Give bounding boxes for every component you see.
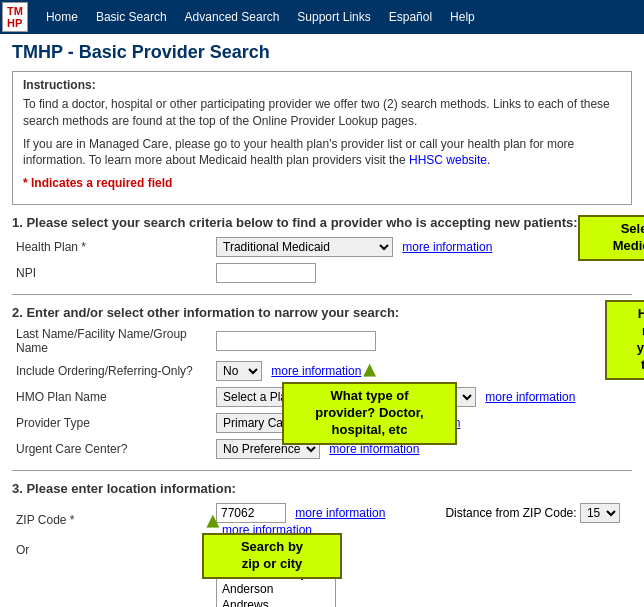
zip-input[interactable] [216, 503, 286, 523]
ordering-label: Include Ordering/Referring-Only? [12, 358, 212, 384]
health-plan-label: Health Plan * [12, 234, 212, 260]
nav-advanced-search[interactable]: Advanced Search [177, 8, 288, 26]
or-label: Or [12, 540, 212, 560]
callout-zip: ▼ Search byzip or city [202, 511, 224, 533]
nav-support-links[interactable]: Support Links [289, 8, 378, 26]
health-plan-select[interactable]: Traditional Medicaid CHIP Children with … [216, 237, 393, 257]
callout-miles: How manymiles areyou willingto travel? ▼ [605, 300, 627, 326]
nav-espanol[interactable]: Español [381, 8, 440, 26]
main-content: TMHP - Basic Provider Search Instruction… [0, 34, 644, 607]
distance-label: Distance from ZIP Code: [445, 506, 576, 520]
callout-provider-text: What type ofprovider? Doctor,hospital, e… [282, 382, 457, 445]
top-nav-bar: TMHP Home Basic Search Advanced Search S… [0, 0, 644, 34]
ordering-select[interactable]: No Yes [216, 361, 262, 381]
logo-text: TMHP [7, 5, 23, 29]
callout-provider-type: ▼ What type ofprovider? Doctor,hospital,… [282, 360, 457, 445]
provider-type-label: Provider Type [12, 410, 212, 436]
zip-more-info[interactable]: more information [295, 506, 385, 520]
nav-home[interactable]: Home [38, 8, 86, 26]
section1-heading: 1. Please select your search criteria be… [12, 215, 632, 230]
top-navigation: Home Basic Search Advanced Search Suppor… [30, 4, 491, 30]
callout-zip-arrow: ▼ [202, 511, 224, 533]
divider2 [12, 470, 632, 471]
lastname-row: Last Name/Facility Name/Group Name [12, 324, 632, 358]
nav-basic-search[interactable]: Basic Search [88, 8, 175, 26]
form-wrapper: Select yourMedicaid plan ▼ 1. Please sel… [12, 215, 632, 607]
lastname-field [212, 324, 632, 358]
instructions-box: Instructions: To find a doctor, hospital… [12, 71, 632, 205]
required-note: * Indicates a required field [23, 175, 621, 192]
hmo-more-info[interactable]: more information [485, 390, 575, 404]
section3-heading: 3. Please enter location information: [12, 481, 632, 496]
section1-table: Health Plan * Traditional Medicaid CHIP … [12, 234, 632, 286]
health-plan-field: Traditional Medicaid CHIP Children with … [212, 234, 632, 260]
nav-help[interactable]: Help [442, 8, 483, 26]
section1: 1. Please select your search criteria be… [12, 215, 632, 286]
instructions-para1: To find a doctor, hospital or other part… [23, 96, 621, 130]
instructions-para2: If you are in Managed Care, please go to… [23, 136, 621, 170]
page-title: TMHP - Basic Provider Search [12, 42, 632, 63]
npi-field [212, 260, 632, 286]
lastname-input[interactable] [216, 331, 376, 351]
npi-input[interactable] [216, 263, 316, 283]
callout-medicaid-text: Select yourMedicaid plan [578, 215, 644, 261]
npi-row: NPI [12, 260, 632, 286]
section3-wrapper: ▼ Search byzip or city 3. Please enter l… [12, 481, 632, 607]
section2-wrapper: ▼ What type ofprovider? Doctor,hospital,… [12, 305, 632, 462]
divider1 [12, 294, 632, 295]
callout-medicaid-plan: Select yourMedicaid plan ▼ [578, 215, 602, 239]
instructions-heading: Instructions: [23, 78, 621, 92]
npi-label: NPI [12, 260, 212, 286]
tmhp-logo: TMHP [2, 2, 28, 32]
callout-miles-text: How manymiles areyou willingto travel? [605, 300, 644, 380]
zip-label: ZIP Code * [12, 500, 212, 540]
county-label: Provider Located in County * [12, 560, 212, 607]
hhsc-link[interactable]: HHSC website. [409, 153, 490, 167]
health-plan-row: Health Plan * Traditional Medicaid CHIP … [12, 234, 632, 260]
callout-zip-text: Search byzip or city [202, 533, 342, 579]
section2-heading: 2. Enter and/or select other information… [12, 305, 632, 320]
distance-select[interactable]: 5 10 15 20 25 50 [580, 503, 620, 523]
callout-provider-arrow-up: ▼ [282, 360, 457, 382]
health-plan-more-info[interactable]: more information [402, 240, 492, 254]
urgent-label: Urgent Care Center? [12, 436, 212, 462]
hmo-label: HMO Plan Name [12, 384, 212, 410]
lastname-label: Last Name/Facility Name/Group Name [12, 324, 212, 358]
